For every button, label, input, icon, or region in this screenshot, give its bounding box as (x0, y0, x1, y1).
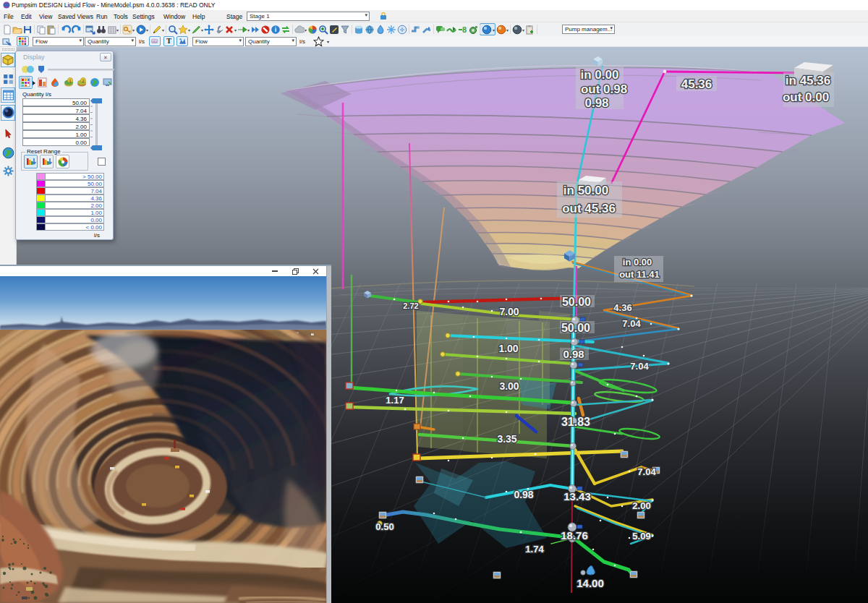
svg-text:0.98: 0.98 (584, 96, 608, 110)
svg-text:7.04: 7.04 (637, 466, 656, 477)
svg-text:50.00: 50.00 (562, 296, 591, 308)
svg-text:50.00: 50.00 (561, 322, 590, 334)
svg-text:in 0.00: in 0.00 (623, 257, 652, 268)
svg-text:3.00: 3.00 (499, 380, 519, 392)
svg-text:8: 8 (462, 25, 467, 34)
svg-text:i: i (275, 26, 277, 33)
svg-text:13.43: 13.43 (563, 490, 591, 502)
svg-text:in 50.00: in 50.00 (563, 184, 608, 197)
svg-text:14.00: 14.00 (576, 577, 604, 589)
svg-text:3.35: 3.35 (497, 433, 516, 445)
svg-text:45.36: 45.36 (681, 77, 712, 91)
svg-text:18.76: 18.76 (561, 529, 588, 542)
svg-text:2.00: 2.00 (632, 500, 650, 511)
svg-text:1.74: 1.74 (525, 544, 544, 555)
svg-text:7.04: 7.04 (622, 318, 641, 329)
svg-text:7.00: 7.00 (499, 306, 519, 317)
svg-text:in 0.00: in 0.00 (581, 68, 619, 82)
svg-text:1.00: 1.00 (498, 343, 518, 354)
svg-text:0.50: 0.50 (375, 521, 393, 532)
svg-text:31.83: 31.83 (561, 416, 590, 428)
svg-text:0.98: 0.98 (563, 348, 584, 360)
svg-text:010: 010 (152, 40, 156, 43)
svg-text:out 11.41: out 11.41 (619, 269, 660, 280)
svg-text:out 0.00: out 0.00 (783, 90, 829, 104)
svg-text:in 45.36: in 45.36 (786, 74, 830, 87)
svg-text:out 45.36: out 45.36 (562, 202, 616, 215)
svg-text:5.09: 5.09 (632, 531, 650, 542)
svg-text:1.17: 1.17 (386, 395, 404, 406)
svg-text:4.36: 4.36 (613, 302, 631, 313)
svg-text:7.04: 7.04 (630, 361, 649, 372)
svg-text:2.72: 2.72 (403, 302, 418, 310)
svg-text:out 0.98: out 0.98 (581, 82, 627, 96)
svg-text:0.98: 0.98 (514, 489, 533, 500)
